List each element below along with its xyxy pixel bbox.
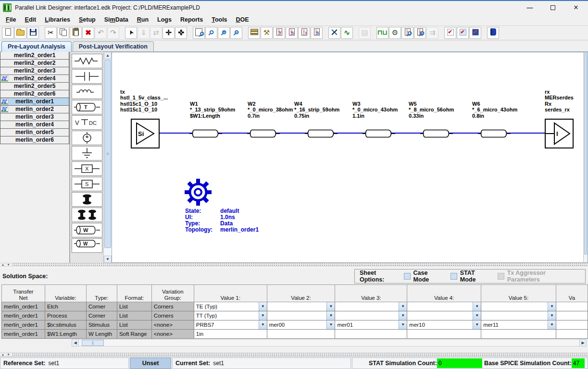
rx-buffer-symbol[interactable]: I (545, 119, 574, 148)
cell-value-r1v2[interactable]: ▼ (267, 311, 335, 320)
dropdown-arrow-icon[interactable]: ▼ (399, 311, 407, 320)
cell-value-r0v3[interactable]: ▼ (335, 302, 407, 311)
report-validate-button[interactable]: ✔ (469, 27, 481, 39)
cell-value-r3v3[interactable] (335, 329, 407, 338)
dropdown-arrow-icon[interactable]: ▼ (326, 302, 335, 311)
palette-tline-button[interactable]: T (72, 100, 102, 114)
select-button[interactable]: ➤ (125, 27, 137, 39)
report-sweep-button[interactable]: S (286, 27, 298, 39)
close-button[interactable]: ✕ (571, 3, 581, 12)
dropdown-arrow-icon[interactable]: ▼ (259, 302, 267, 311)
help-button[interactable] (487, 27, 499, 39)
topology-item-merlin2_order3[interactable]: merlin2_order3 (0, 67, 69, 75)
dropdown-arrow-icon[interactable]: ▼ (473, 302, 481, 311)
cell-value-r3v2[interactable] (267, 329, 335, 338)
delete-button[interactable]: ✖ (82, 27, 94, 39)
topology-item-merlin2_order4[interactable]: merlin2_order4 (0, 74, 69, 83)
palette-scrollbar[interactable]: ▲ ≡ ▼ (103, 52, 112, 263)
simulate-button[interactable]: ⚙ (389, 27, 401, 39)
menu-libraries[interactable]: Libraries (41, 15, 74, 24)
cell-value-r1v3[interactable]: ▼ (335, 311, 407, 320)
palette-current-source-button[interactable] (72, 131, 102, 145)
save-button[interactable] (27, 27, 39, 39)
palette-wline-button[interactable]: W (72, 223, 102, 237)
topology-item-merlin2_order6[interactable]: merlin2_order6 (0, 90, 69, 98)
open-button[interactable] (14, 27, 26, 39)
menu-edit[interactable]: Edit (21, 15, 40, 24)
splitter2-collapse-icon[interactable]: ▲ ▼ (0, 353, 13, 356)
cell-value-r0v6[interactable] (556, 302, 588, 311)
dropdown-arrow-icon[interactable]: ▼ (326, 311, 335, 320)
palette-x-block-button[interactable]: X (72, 161, 102, 176)
gear-icon[interactable] (184, 178, 212, 208)
cut-button[interactable]: ✂ (45, 27, 57, 39)
menu-simdata[interactable]: SimData (100, 15, 132, 24)
tline-symbol-W1[interactable] (189, 128, 223, 140)
waveform-viewer-button[interactable]: ⊓⊔ (376, 27, 388, 39)
tools-button[interactable]: ⚒ (261, 27, 273, 39)
topology-item-merlin2_order1[interactable]: merlin2_order1 (0, 52, 69, 60)
dropdown-arrow-icon[interactable]: ▼ (548, 311, 556, 320)
menu-logs[interactable]: Logs (153, 15, 175, 24)
view-results-button[interactable]: ⚲ (401, 27, 413, 39)
pan-button[interactable]: ✜ (175, 27, 187, 39)
cell-value-r1v1[interactable]: TT (Typ)▼ (194, 311, 267, 320)
cell-value-r2v5[interactable]: mer11▼ (481, 320, 556, 329)
validate-button[interactable]: ✔ (444, 27, 456, 39)
topology-item-merlin_order3[interactable]: merlin_order3 (0, 113, 69, 121)
palette-resistor-button[interactable] (72, 54, 102, 68)
dropdown-arrow-icon[interactable]: ▼ (399, 302, 407, 311)
palette-wline-coupled-button[interactable]: W (72, 238, 102, 253)
copy-button[interactable] (57, 27, 69, 39)
stat-mode-checkbox[interactable] (450, 273, 457, 280)
topology-item-merlin_order1[interactable]: merlin_order1 (0, 98, 69, 106)
palette-vdc-probe-button[interactable]: VDC (72, 115, 102, 130)
cell-value-r1v5[interactable]: ▼ (481, 311, 556, 320)
dropdown-arrow-icon[interactable]: ▼ (259, 311, 267, 320)
report-timing-button[interactable]: T (273, 27, 285, 39)
zoom-area-button[interactable]: ⚲ (193, 27, 205, 39)
tline-symbol-W4[interactable] (304, 128, 338, 140)
cell-value-r0v2[interactable]: ▼ (267, 302, 335, 311)
cell-value-r2v3[interactable]: mer01▼ (335, 320, 407, 329)
dropdown-arrow-icon[interactable]: ▼ (259, 320, 267, 329)
topology-item-merlin_order6[interactable]: merlin_order6 (0, 136, 69, 144)
dropdown-arrow-icon[interactable]: ▼ (399, 320, 407, 329)
cell-value-r1v6[interactable] (556, 311, 588, 320)
zoom-out-button[interactable]: ⚲− (230, 27, 242, 39)
paste-button[interactable] (70, 27, 82, 39)
tline-symbol-W5[interactable] (420, 128, 453, 140)
cell-value-r3v1[interactable]: 1in (194, 329, 267, 338)
table-scroll-right-icon[interactable]: ▶ (579, 339, 587, 346)
table-hscroll-thumb[interactable]: ∥ (82, 340, 104, 346)
report-spice-button[interactable]: S (311, 27, 323, 39)
topology-item-merlin2_order5[interactable]: merlin2_order5 (0, 82, 69, 90)
status-splitter[interactable]: ▲ ▼ (0, 353, 588, 357)
case-mode-checkbox[interactable] (404, 273, 410, 280)
schematic-canvas[interactable]: tx hstl_1_5v_class_... hstl15c1_O_10 hst… (112, 52, 583, 262)
menu-file[interactable]: File (2, 15, 20, 24)
stackup-button[interactable] (248, 27, 260, 39)
topology-item-merlin2_order2[interactable]: merlin2_order2 (0, 59, 69, 67)
dropdown-arrow-icon[interactable]: ▼ (326, 320, 335, 329)
tx-buffer-symbol[interactable]: Si (131, 119, 160, 148)
report-ibis-button[interactable]: I (298, 27, 310, 39)
sim-validate-button[interactable]: ✔ (457, 27, 469, 39)
palette-s-block-button[interactable]: S (72, 177, 102, 191)
tab-post-layout-verification[interactable]: Post-Layout Verification (73, 41, 154, 51)
menu-reports[interactable]: Reports (176, 15, 207, 24)
table-hscroll-track[interactable]: ∥ (79, 339, 579, 346)
cell-value-r3v6[interactable] (556, 329, 588, 338)
dropdown-arrow-icon[interactable]: ▼ (548, 320, 556, 329)
cell-value-r0v4[interactable]: ▼ (407, 302, 481, 311)
canvas-vscrollbar[interactable] (583, 52, 588, 262)
topology-item-merlin_order5[interactable]: merlin_order5 (0, 128, 69, 136)
palette-via-button[interactable] (72, 192, 102, 207)
cell-value-r1v4[interactable]: ▼ (407, 311, 481, 320)
cell-value-r2v4[interactable]: mer10▼ (407, 320, 481, 329)
dropdown-arrow-icon[interactable]: ▼ (548, 302, 556, 311)
palette-ground-button[interactable] (72, 146, 102, 160)
maximize-button[interactable] (548, 3, 558, 12)
palette-scroll-down-icon[interactable]: ▼ (104, 256, 112, 263)
cell-value-r3v4[interactable] (407, 329, 481, 338)
